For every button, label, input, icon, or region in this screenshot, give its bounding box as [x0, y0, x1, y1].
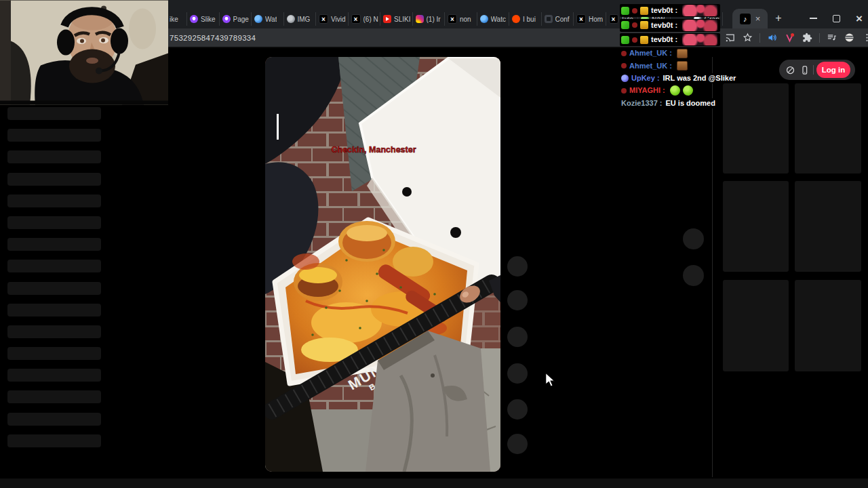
twitch-favicon-icon: [222, 15, 231, 23]
audio-active-icon[interactable]: [765, 30, 779, 45]
food-box-emote-icon: [677, 61, 688, 70]
sidebar-skeleton-row: [7, 195, 101, 207]
browser-tab-wat[interactable]: Wat: [252, 12, 284, 26]
url-bar[interactable]: 7532925847439789334: [170, 28, 256, 47]
media-queue-icon[interactable]: [825, 30, 839, 45]
browser-tab-watc[interactable]: Watc: [477, 12, 510, 26]
x-favicon-icon: [609, 14, 618, 24]
toolbar-divider: [760, 33, 760, 43]
tab-label: Page: [233, 16, 249, 23]
tab-label: (6) N: [363, 16, 378, 23]
blue-globe-favicon-icon: [480, 15, 488, 23]
video-thumbnail-card[interactable]: [723, 280, 789, 371]
green-laugh-emote-icon: [670, 85, 680, 96]
video-thumbnail-card[interactable]: [795, 280, 861, 371]
tab-label: Vivid: [331, 16, 346, 23]
feed-nav-button[interactable]: [683, 265, 704, 286]
feed-nav-button[interactable]: [683, 228, 704, 249]
browser-tab-6-n[interactable]: (6) N: [349, 12, 381, 26]
crown-gold-badge-icon: [640, 21, 648, 29]
sub-green-badge-icon: [621, 7, 629, 15]
tab-label: non: [460, 16, 471, 23]
rail-button[interactable]: [507, 363, 528, 384]
browser-tab-slike[interactable]: Slike: [187, 12, 220, 26]
sidebar-skeleton-row: [7, 173, 101, 186]
bookmark-star-icon[interactable]: [741, 30, 755, 45]
globe-favicon-icon: [287, 15, 295, 23]
browser-tab-sliki[interactable]: SLIKI: [380, 12, 413, 26]
tab-label: Hom: [589, 16, 603, 23]
video-thumbnail-card[interactable]: [795, 83, 861, 174]
explore-icon[interactable]: [784, 64, 796, 76]
browser-tab-page[interactable]: Page: [220, 12, 252, 26]
sidebar-skeleton-row: [7, 347, 101, 360]
browser-tab-img[interactable]: IMG: [284, 12, 317, 26]
webcam-scene: [0, 0, 168, 105]
sub-green-badge-icon: [621, 36, 629, 44]
rail-button[interactable]: [507, 256, 528, 277]
chat-message-text: IRL was 2nd @Sliker: [663, 74, 736, 83]
browser-tab-i-bui[interactable]: I bui: [509, 12, 542, 26]
browser-tab-1-ir[interactable]: (1) Ir: [413, 12, 446, 26]
chat-message: Ahmet_UK :: [620, 48, 690, 59]
login-button[interactable]: Log in: [816, 62, 850, 78]
tab-label: Slike: [201, 16, 216, 23]
tab-label: Watc: [491, 16, 506, 23]
chat-username: Ahmet_UK :: [629, 49, 672, 58]
chat-message: tevb0t :: [620, 33, 720, 46]
shield-favicon-icon: [545, 15, 553, 23]
streamer-webcam: [0, 0, 168, 105]
sidebar-skeleton-row: [7, 150, 101, 163]
tab-label: (1) Ir: [427, 16, 441, 23]
close-button[interactable]: ×: [854, 14, 864, 23]
sidebar-skeleton-row: [7, 325, 101, 338]
browser-tab-conf[interactable]: Conf: [542, 12, 574, 26]
rail-button[interactable]: [507, 327, 528, 347]
browser-tab-vivid[interactable]: Vivid: [316, 12, 349, 26]
sidebar-skeleton-row: [7, 390, 101, 403]
mod-red-badge-icon: [632, 37, 637, 43]
chat-username: tevb0t :: [651, 21, 677, 30]
tab-close-icon[interactable]: ×: [755, 14, 761, 23]
window-controls: ×: [808, 12, 864, 24]
extensions-puzzle-icon[interactable]: [800, 30, 814, 45]
get-app-phone-icon[interactable]: [798, 64, 810, 76]
rail-button[interactable]: [507, 434, 528, 454]
tab-label: IMG: [298, 16, 311, 23]
art-wide-emote-icon: [682, 20, 717, 31]
crown-gold-badge-icon: [640, 7, 648, 15]
new-tab-button[interactable]: +: [772, 12, 785, 25]
sub-green-badge-icon: [621, 21, 629, 29]
maximize-button[interactable]: [831, 14, 841, 23]
v-extension-icon[interactable]: [783, 30, 797, 45]
chat-username: MIYAGHI :: [629, 86, 665, 95]
browser-tab-non[interactable]: non: [445, 12, 477, 26]
rail-button[interactable]: [507, 290, 528, 310]
sidebar-skeleton-row: [7, 434, 101, 447]
video-thumbnail-card[interactable]: [795, 181, 861, 272]
mod-red-badge-icon: [632, 8, 637, 14]
video-thumbnail-card[interactable]: [723, 181, 789, 272]
browser-tab-hom[interactable]: Hom: [574, 12, 606, 26]
chat-message: Kozie1337 :EU is doomed: [620, 98, 718, 108]
profile-avatar-icon[interactable]: [842, 30, 856, 45]
sidebar-skeleton-row: [7, 282, 101, 295]
caption-cursor-bar: [277, 114, 279, 140]
sidebar-skeleton-row: [7, 369, 101, 382]
sidebar-skeleton-row: [7, 129, 101, 142]
tab-label: Wat: [265, 16, 277, 23]
tab-label: Conf: [555, 16, 570, 23]
rail-button[interactable]: [507, 399, 528, 420]
tiktok-video-player[interactable]: MUNCH BOX Checkin, Manchester: [265, 57, 500, 472]
art-wide-emote-icon: [682, 5, 717, 16]
chat-username: UpKey :: [631, 74, 660, 83]
sidebar-skeleton-row: [7, 107, 101, 120]
minimize-button[interactable]: [808, 14, 818, 23]
sidebar-skeleton-row: [7, 413, 101, 426]
pill-divider: [813, 65, 814, 75]
chat-message: tevb0t :: [620, 4, 720, 17]
instagram-favicon-icon: [416, 15, 424, 23]
menu-kebab-icon[interactable]: [860, 30, 868, 45]
browser-tab-ike[interactable]: ike: [167, 12, 187, 26]
chat-message-text: EU is doomed: [666, 99, 715, 108]
